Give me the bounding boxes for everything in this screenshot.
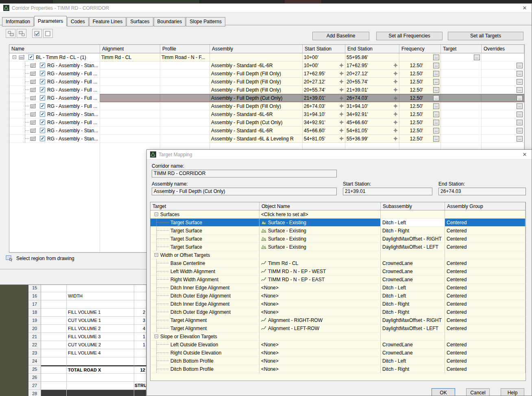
row-visibility-checkbox[interactable]: ✓ <box>40 95 45 101</box>
toolbar-expand-all-button[interactable] <box>6 29 15 38</box>
column-header-alignment[interactable]: Alignment <box>100 45 160 53</box>
target-row[interactable]: Ditch Outer Edge Alignment<None>Ditch - … <box>150 308 525 316</box>
row-visibility-checkbox[interactable]: ✓ <box>40 120 45 125</box>
tab-boundaries[interactable]: Boundaries <box>154 17 186 26</box>
row-visibility-checkbox[interactable]: ✓ <box>40 79 45 84</box>
sheet-cell[interactable] <box>41 365 67 374</box>
station-pick-icon[interactable] <box>393 71 398 76</box>
column-header-name[interactable]: Name <box>9 45 100 53</box>
target-row[interactable]: Target SurfaceSurface - ExistingDitch - … <box>150 219 525 227</box>
column-header-profile[interactable]: Profile <box>160 45 210 53</box>
ok-button[interactable]: OK <box>432 388 455 396</box>
sheet-cell[interactable] <box>67 390 134 396</box>
station-pick-icon[interactable] <box>393 120 398 125</box>
sheet-cell[interactable] <box>134 300 146 308</box>
region-row[interactable]: ✓RG - Assembly - Stan...Assembly - Stand… <box>9 110 524 118</box>
add-baseline-button[interactable]: Add Baseline <box>312 32 369 40</box>
select-region-icon[interactable] <box>6 255 13 262</box>
target-row[interactable]: Right Width AlignmentTIMM RD - N - EP - … <box>150 276 525 284</box>
target-row[interactable]: Target SurfaceSurface - ExistingDitch - … <box>150 227 525 235</box>
corridor-window-close-button[interactable]: ✕ <box>521 5 528 11</box>
target-row[interactable]: Ditch Inner Edge Alignment<None>Ditch - … <box>150 284 525 292</box>
sheet-cell[interactable]: STRUC <box>134 382 146 390</box>
overrides-edit-button[interactable]: ... <box>517 87 523 93</box>
corridor-window-titlebar[interactable]: Corridor Properties - TIMM RD - CORRIDOR… <box>0 4 532 13</box>
target-row[interactable]: Left Width AlignmentTIMM RD - N - EP - W… <box>150 267 525 276</box>
region-row[interactable]: ✓RG - Assembly - Full ...Assembly - Full… <box>9 118 524 127</box>
sheet-cell[interactable]: FILL VOLUME 4 <box>67 349 134 357</box>
target-row[interactable]: Ditch Bottom Profile<None>Ditch - LeftCe… <box>150 357 525 365</box>
sheet-cell[interactable] <box>41 341 67 349</box>
frequency-edit-button[interactable]: ... <box>433 112 439 117</box>
tab-parameters[interactable]: Parameters <box>34 16 67 26</box>
overrides-edit-button[interactable]: ... <box>517 95 523 101</box>
sheet-cell[interactable]: 2 <box>134 308 146 317</box>
sheet-cell[interactable] <box>41 325 67 333</box>
region-row[interactable]: ✓RG - Assembly - Stan...Assembly - Stand… <box>9 127 524 135</box>
sheet-cell[interactable]: FILL VOLUME 2 <box>67 325 134 333</box>
frequency-edit-button[interactable]: ... <box>433 55 439 60</box>
column-header-target[interactable]: Target <box>150 202 259 210</box>
sheet-cell[interactable] <box>41 357 67 365</box>
sheet-cell[interactable] <box>67 300 134 308</box>
frequency-edit-button[interactable]: ... <box>433 71 439 77</box>
target-row[interactable]: Target SurfaceSurface - ExistingDaylight… <box>150 235 525 243</box>
target-edit-button[interactable]: ... <box>474 55 480 60</box>
station-pick-icon[interactable] <box>339 96 344 101</box>
tab-slope-patterns[interactable]: Slope Patterns <box>186 17 225 26</box>
frequency-edit-button[interactable]: ... <box>433 103 439 109</box>
station-pick-icon[interactable] <box>339 128 344 133</box>
sheet-cell[interactable] <box>41 374 67 382</box>
tab-feature-lines[interactable]: Feature Lines <box>89 17 126 26</box>
tree-expander[interactable]: − <box>155 253 158 257</box>
station-pick-icon[interactable] <box>339 79 344 84</box>
sheet-cell[interactable] <box>134 390 146 396</box>
overrides-edit-button[interactable]: ... <box>517 71 523 77</box>
target-row[interactable]: Left Outside Elevation<None>CrownedLaneC… <box>150 341 525 349</box>
target-mapping-close-button[interactable]: ✕ <box>521 151 528 158</box>
help-button[interactable]: Help <box>501 388 524 396</box>
target-row[interactable]: Target AlignmentAlignment - LEFT-ROWDayl… <box>150 324 525 333</box>
assembly-name-field[interactable]: Assembly - Full Depth (Cut Only) <box>152 188 337 195</box>
target-row[interactable]: Ditch Inner Edge Alignment<None>Ditch - … <box>150 300 525 308</box>
row-visibility-checkbox[interactable]: ✓ <box>40 128 45 133</box>
sheet-cell[interactable]: 1 <box>134 333 146 341</box>
sheet-cell[interactable]: FILL VOLUME 3 <box>67 333 134 341</box>
sheet-cell[interactable] <box>67 382 134 390</box>
overrides-edit-button[interactable]: ... <box>517 103 523 109</box>
row-visibility-checkbox[interactable]: ✓ <box>40 136 45 141</box>
frequency-edit-button[interactable]: ... <box>433 87 439 93</box>
sheet-cell[interactable] <box>41 292 67 300</box>
sheet-cell[interactable] <box>41 390 67 396</box>
sheet-cell[interactable]: FILL VOLUME 1 <box>67 308 134 317</box>
overrides-edit-button[interactable]: ... <box>517 79 523 85</box>
station-pick-icon[interactable] <box>339 71 344 76</box>
sheet-cell[interactable]: CUT VOLUME 2 <box>67 341 134 349</box>
row-visibility-checkbox[interactable]: ✓ <box>40 103 45 109</box>
column-header-end-station[interactable]: End Station <box>345 45 399 53</box>
column-header-subassembly[interactable]: Subassembly <box>381 202 445 210</box>
corridor-name-field[interactable]: TIMM RD - CORRIDOR <box>152 170 337 177</box>
column-header-assembly-group[interactable]: Assembly Group <box>445 202 525 210</box>
sheet-cell[interactable]: 12 <box>134 365 146 374</box>
station-pick-icon[interactable] <box>393 88 398 92</box>
sheet-cell[interactable] <box>41 317 67 325</box>
frequency-edit-button[interactable]: ... <box>433 128 439 133</box>
baseline-row[interactable]: −✓BL - Timm Rd - CL - (1)Timm Rd - CLTim… <box>9 53 524 61</box>
overrides-edit-button[interactable]: ... <box>517 120 523 125</box>
frequency-edit-button[interactable]: ... <box>433 120 439 125</box>
sheet-cell[interactable] <box>134 357 146 365</box>
station-pick-icon[interactable] <box>339 120 344 125</box>
region-row[interactable]: ✓RG - Assembly - Stan...Assembly - Stand… <box>9 61 524 70</box>
frequency-edit-button[interactable]: ... <box>433 63 439 68</box>
set-all-frequencies-button[interactable]: Set all Frequencies <box>376 32 443 40</box>
region-row[interactable]: ✓RG - Assembly - Full ...Assembly - Full… <box>9 78 524 86</box>
sheet-cell[interactable]: 4 <box>134 325 146 333</box>
region-row[interactable]: ✓RG - Assembly - Full ...Assembly - Full… <box>9 70 524 78</box>
frequency-edit-button[interactable]: ... <box>433 136 439 142</box>
overrides-edit-button[interactable]: ... <box>517 112 523 117</box>
target-row[interactable]: Ditch Outer Edge Alignment<None>Ditch - … <box>150 292 525 300</box>
station-pick-icon[interactable] <box>393 136 398 141</box>
target-row[interactable]: Ditch Bottom Profile<None>Ditch - RightC… <box>150 365 525 373</box>
column-header-assembly[interactable]: Assembly <box>210 45 303 53</box>
